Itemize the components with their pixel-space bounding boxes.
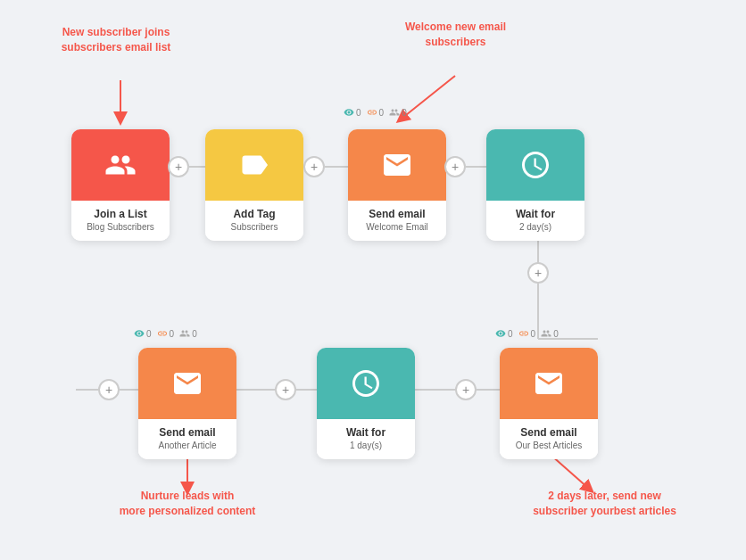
node-wait-for-2-sub: 1 day(s) — [322, 441, 410, 450]
node-add-tag[interactable]: Add Tag Subscribers — [205, 129, 303, 241]
node-wait-for-1-title: Wait for — [492, 208, 579, 220]
node-send-email-another-sub: Another Article — [144, 441, 231, 450]
node-join-list[interactable]: Join a List Blog Subscribers — [71, 129, 170, 241]
plus-btn-7[interactable]: + — [455, 379, 477, 400]
annotation-bottom-right: 2 days later, send newsubscriber yourbes… — [526, 489, 683, 519]
tag-icon — [238, 149, 270, 181]
email-icon — [381, 149, 413, 181]
node-send-email-another[interactable]: Send email Another Article — [138, 348, 236, 459]
plus-btn-2[interactable]: + — [303, 156, 325, 177]
svg-line-18 — [551, 455, 589, 489]
svg-line-16 — [402, 76, 455, 119]
stats-send-email-best: 0 0 0 — [495, 328, 559, 339]
clock-icon — [519, 149, 551, 181]
connector-lines — [0, 0, 746, 560]
clock-icon-2 — [350, 367, 382, 399]
node-wait-for-2[interactable]: Wait for 1 day(s) — [317, 348, 415, 459]
email-icon-2 — [171, 367, 203, 399]
node-send-email-best-title: Send email — [505, 426, 593, 439]
stats-send-email-welcome: 0 0 0 — [344, 107, 407, 118]
annotation-bottom-left: Nurture leads withmore personalized cont… — [116, 489, 259, 519]
node-send-email-welcome[interactable]: Send email Welcome Email — [348, 129, 446, 241]
node-send-email-another-title: Send email — [144, 426, 231, 439]
users-icon — [104, 149, 137, 181]
annotation-top-center: Welcome new emailsubscribers — [391, 20, 520, 50]
node-wait-for-2-title: Wait for — [322, 426, 410, 439]
plus-btn-4[interactable]: + — [527, 262, 549, 284]
node-join-list-title: Join a List — [77, 208, 164, 220]
node-wait-for-1-sub: 2 day(s) — [492, 222, 579, 232]
node-send-email-welcome-title: Send email — [353, 208, 441, 220]
node-send-email-best-sub: Our Best Articles — [505, 441, 593, 450]
node-wait-for-1[interactable]: Wait for 2 day(s) — [486, 129, 584, 241]
node-add-tag-sub: Subscribers — [211, 222, 298, 232]
node-join-list-sub: Blog Subscribers — [77, 222, 164, 232]
plus-btn-1[interactable]: + — [168, 156, 189, 177]
stats-send-email-another: 0 0 0 — [134, 328, 197, 339]
annotation-top-left: New subscriber joinssubscribers email li… — [58, 25, 174, 55]
email-icon-3 — [533, 367, 565, 399]
node-add-tag-title: Add Tag — [211, 208, 298, 220]
plus-btn-3[interactable]: + — [444, 156, 466, 177]
node-send-email-welcome-sub: Welcome Email — [353, 222, 441, 232]
node-send-email-best[interactable]: Send email Our Best Articles — [500, 348, 598, 459]
plus-btn-5[interactable]: + — [98, 379, 120, 400]
plus-btn-6[interactable]: + — [275, 379, 296, 400]
workflow-canvas: New subscriber joinssubscribers email li… — [0, 0, 746, 560]
